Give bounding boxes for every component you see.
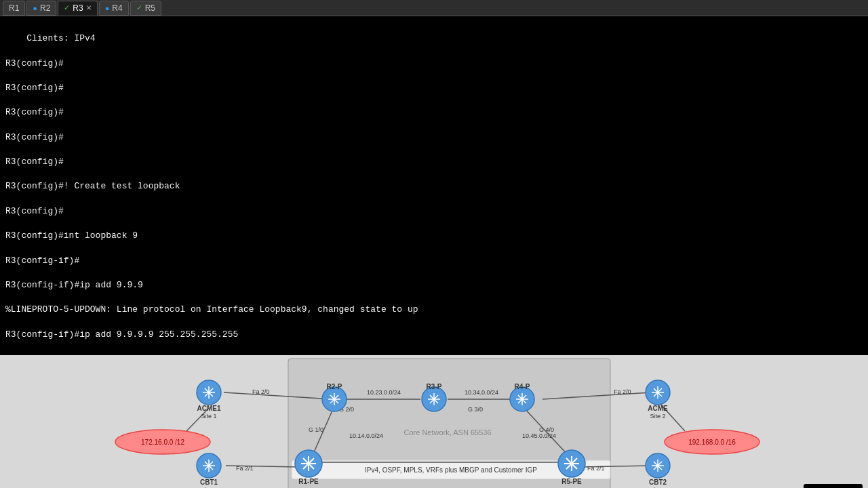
acme1-label: ACME1 (197, 405, 220, 412)
g10-label: G 1/0 (309, 426, 323, 433)
fa20-right-label: Fa 2/0 (614, 388, 631, 395)
acme1-site-label: Site 1 (201, 413, 216, 420)
r1pe-label: R1-PE (298, 478, 319, 485)
n3-label: 10.14.0.0/24 (349, 432, 383, 439)
term-line-2: R3(config)# (5, 82, 863, 94)
tab-bar: R1 ● R2 ✓ R3 ✕ ● R4 ✓ R5 (0, 0, 868, 16)
term-line-12: R3(config-if)#ip add 9.9.9.9 255.255.255… (5, 329, 863, 341)
network-diagram: Core Network, ASN 65536 IPv4, OSPF, MPLS… (0, 355, 868, 488)
terminal[interactable]: Clients: IPv4 R3(config)# R3(config)# R3… (0, 16, 868, 355)
n1-label: 10.23.0.0/24 (367, 389, 401, 396)
tab-r5-status-icon: ✓ (136, 3, 142, 12)
tab-r4-label: R4 (112, 3, 122, 13)
n4-label: 10.45.0.0/24 (522, 432, 556, 439)
r2p-label: R2-P (327, 383, 342, 390)
cbt1-label: CBT1 (200, 479, 218, 486)
tab-r5-label: R5 (145, 3, 155, 13)
cbt-nuggets-logo: CBT nuggets (804, 484, 863, 488)
g30-label: G 3/0 (468, 406, 483, 413)
tab-r2-label: R2 (40, 3, 50, 13)
r4p-label: R4-P (515, 383, 530, 390)
diagram-svg: Core Network, ASN 65536 IPv4, OSPF, MPLS… (0, 355, 868, 488)
tab-r3-status-icon: ✓ (64, 3, 70, 12)
tab-r2[interactable]: ● R2 (26, 1, 56, 16)
acme2-network-label: 192.168.0.0 /16 (688, 439, 736, 446)
term-line-7: R3(config)# (5, 205, 863, 218)
term-line-8: R3(config)#int loopback 9 (5, 230, 863, 242)
tab-r3[interactable]: ✓ R3 ✕ (58, 1, 97, 16)
diagram-subtitle: IPv4, OSPF, MPLS, VRFs plus MBGP and Cus… (365, 466, 537, 474)
acme2-site-label: Site 2 (650, 413, 665, 420)
fa21-left-label: Fa 2/1 (236, 465, 254, 472)
term-line-5: R3(config)# (5, 156, 863, 168)
term-line-11: %LINEPROTO-5-UPDOWN: Line protocol on In… (5, 304, 863, 316)
term-line-6: R3(config)#! Create test loopback (5, 180, 863, 192)
tab-r1[interactable]: R1 (3, 1, 25, 16)
term-line-9: R3(config-if)# (5, 255, 863, 267)
r5pe-label: R5-PE (561, 478, 582, 485)
terminal-header: Clients: IPv4 (5, 33, 863, 45)
r3p-label: R3-P (427, 383, 442, 390)
core-network-label: Core Network, ASN 65536 (403, 428, 491, 436)
term-line-4: R3(config)# (5, 131, 863, 144)
acme1-network-label: 172.16.0.0 /12 (141, 439, 184, 446)
n2-label: 10.34.0.0/24 (465, 389, 498, 396)
tab-r4[interactable]: ● R4 (99, 1, 129, 16)
acme2-label: ACME (648, 405, 668, 412)
tab-r1-label: R1 (9, 3, 19, 13)
term-line-3: R3(config)# (5, 106, 863, 119)
tab-r5[interactable]: ✓ R5 (130, 1, 161, 16)
tab-r3-close[interactable]: ✕ (86, 4, 92, 12)
term-line-1: R3(config)# (5, 58, 863, 70)
term-line-10: R3(config-if)#ip add 9.9.9 (5, 279, 863, 291)
fa21-right-label: Fa 2/1 (587, 465, 605, 472)
cbt2-label: CBT2 (649, 479, 667, 486)
tab-r4-status-icon: ● (105, 4, 110, 12)
g40-label: G 4/0 (539, 426, 554, 433)
tab-r3-label: R3 (73, 3, 83, 13)
tab-r2-status-icon: ● (33, 4, 37, 12)
fa20-left-label: Fa 2/0 (252, 388, 270, 395)
